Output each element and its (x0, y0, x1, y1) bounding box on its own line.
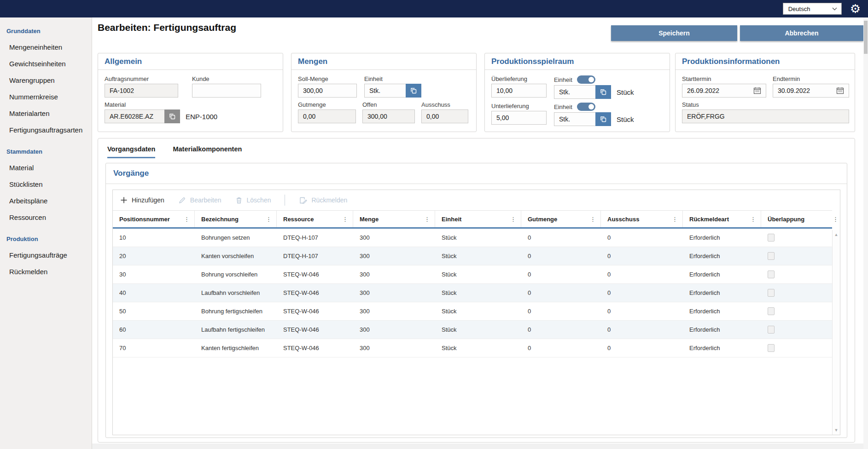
column-menu-icon[interactable]: ⋮ (671, 216, 679, 223)
sidebar-item-ressourcen[interactable]: Ressourcen (0, 209, 92, 225)
bearbeiten-button: Bearbeiten (178, 196, 221, 204)
unter-einheit-field[interactable]: Stk. (554, 112, 595, 126)
ueberlappung-checkbox[interactable] (768, 289, 775, 297)
column-header-bezeichnung: Bezeichnung⋮ (195, 211, 277, 227)
ueber-einheit-field[interactable]: Stk. (554, 85, 595, 99)
sidebar-item-arbeitsplaene[interactable]: Arbeitspläne (0, 192, 92, 209)
ueber-einheit-lookup-button[interactable] (595, 85, 611, 99)
ausschuss-label: Ausschuss (421, 101, 468, 108)
column-header-gutmenge: Gutmenge⋮ (521, 211, 601, 227)
column-header-label: Menge (360, 216, 379, 223)
column-menu-icon[interactable]: ⋮ (265, 216, 273, 223)
table-row[interactable]: 30Bohrung vorschleifenSTEQ-W-046300Stück… (113, 265, 832, 284)
grid-rows: 10Bohrungen setzenDTEQ-H-107300Stück00Er… (113, 229, 832, 357)
soll-menge-field[interactable]: 300,00 (298, 84, 357, 98)
status-field: ERÖF,FRGG (682, 109, 849, 123)
sidebar-item-stuecklisten[interactable]: Stücklisten (0, 176, 92, 192)
language-select[interactable]: Deutsch (783, 3, 842, 15)
cell-ressource: STEQ-W-046 (277, 289, 353, 296)
cell-gutmenge: 0 (521, 345, 601, 351)
cell-positionsnummer: 60 (113, 326, 195, 333)
starttermin-label: Starttermin (682, 75, 766, 82)
cancel-button[interactable]: Abbrechen (740, 25, 863, 41)
grid-scrollbar[interactable]: ▲ ▼ (832, 230, 840, 435)
page-scrollbar[interactable] (863, 17, 868, 449)
ueberlappung-checkbox[interactable] (768, 326, 775, 334)
mengen-einheit-label: Einheit (364, 75, 421, 82)
panel-info-title: Produktionsinformationen (676, 53, 855, 70)
sidebar-item-mengeneinheiten[interactable]: Mengeneinheiten (0, 39, 92, 55)
calendar-icon[interactable] (836, 87, 844, 94)
panel-allgemein: Allgemein Auftragsnummer FA-1002 Kunde M… (98, 53, 283, 132)
kunde-field[interactable] (192, 84, 261, 98)
cell-ressource: DTEQ-H-107 (277, 253, 353, 259)
ueberlappung-checkbox[interactable] (768, 234, 775, 242)
column-menu-icon[interactable]: ⋮ (589, 216, 597, 223)
mengen-einheit-field[interactable]: Stk. (364, 84, 406, 98)
ueber-einheit-toggle[interactable] (577, 75, 595, 84)
unterlieferung-field[interactable]: 5,00 (491, 111, 547, 125)
table-row[interactable]: 10Bohrungen setzenDTEQ-H-107300Stück00Er… (113, 229, 832, 247)
sidebar-item-rueckmelden[interactable]: Rückmelden (0, 263, 92, 280)
panel-spielraum-title: Produktionsspielraum (485, 53, 670, 70)
column-menu-icon[interactable]: ⋮ (832, 216, 839, 223)
column-header-ausschuss: Ausschuss⋮ (601, 211, 683, 227)
cell-gutmenge: 0 (521, 253, 601, 259)
cell-einheit: Stück (435, 289, 521, 296)
cell-positionsnummer: 50 (113, 308, 195, 315)
tab-materialkomponenten[interactable]: Materialkomponenten (173, 145, 242, 158)
column-menu-icon[interactable]: ⋮ (749, 216, 757, 223)
save-button[interactable]: Speichern (611, 25, 737, 41)
tab-vorgangsdaten[interactable]: Vorgangsdaten (107, 145, 155, 158)
sidebar-item-fertigungsauftraege[interactable]: Fertigungsaufträge (0, 247, 92, 263)
copy-icon (600, 88, 607, 96)
mengen-einheit-lookup-button[interactable] (406, 84, 421, 98)
table-row[interactable]: 50Bohrung fertigschleifenSTEQ-W-046300St… (113, 302, 832, 321)
scroll-down-icon[interactable]: ▼ (834, 428, 839, 432)
table-row[interactable]: 20Kanten vorschleifenDTEQ-H-107300Stück0… (113, 247, 832, 265)
panel-produktionsinformationen: Produktionsinformationen Starttermin 26.… (675, 53, 855, 132)
page-scrollbar-thumb[interactable] (864, 21, 868, 54)
sidebar-item-warengruppen[interactable]: Warengruppen (0, 72, 92, 88)
table-row[interactable]: 70Kanten fertigschleifenSTEQ-W-046300Stü… (113, 339, 832, 357)
scroll-up-icon[interactable]: ▲ (834, 232, 839, 237)
sidebar-item-material[interactable]: Material (0, 159, 92, 176)
sidebar-item-fertigungsauftragsarten[interactable]: Fertigungsauftragsarten (0, 121, 92, 138)
settings-gear-icon[interactable]: ⚙ (850, 3, 861, 15)
page-title: Bearbeiten: Fertigungsauftrag (98, 22, 236, 33)
unter-einheit-label: Einheit (554, 104, 572, 110)
ueberlieferung-field[interactable]: 10,00 (491, 84, 547, 98)
calendar-icon[interactable] (753, 87, 761, 94)
unter-einheit-lookup-button[interactable] (595, 112, 611, 126)
sidebar-item-gewichtseinheiten[interactable]: Gewichtseinheiten (0, 55, 92, 72)
hinzufuegen-button[interactable]: Hinzufügen (120, 196, 164, 204)
cell-ueberlappung (761, 307, 843, 315)
material-lookup-button[interactable] (164, 109, 180, 123)
starttermin-field[interactable]: 26.09.2022 (682, 84, 766, 98)
cell-positionsnummer: 30 (113, 271, 195, 278)
ueberlappung-checkbox[interactable] (768, 344, 775, 352)
hinzufuegen-label: Hinzufügen (132, 196, 164, 204)
unter-einheit-toggle[interactable] (577, 103, 595, 111)
column-menu-icon[interactable]: ⋮ (423, 216, 431, 223)
table-row[interactable]: 40Laufbahn vorschleifenSTEQ-W-046300Stüc… (113, 284, 832, 302)
table-row[interactable]: 60Laufbahn fertigschleifenSTEQ-W-046300S… (113, 321, 832, 339)
chevron-down-icon (832, 7, 837, 11)
endtermin-field[interactable]: 30.09.2022 (773, 84, 849, 98)
ueberlappung-checkbox[interactable] (768, 271, 775, 278)
material-field: AR.E6028E.AZ (105, 109, 164, 123)
cell-bezeichnung: Laufbahn fertigschleifen (195, 326, 277, 333)
ueber-einheit-text: Stück (617, 88, 634, 96)
column-menu-icon[interactable]: ⋮ (341, 216, 349, 223)
cell-ueberlappung (761, 289, 843, 297)
column-menu-icon[interactable]: ⋮ (183, 216, 191, 223)
cell-ueberlappung (761, 326, 843, 334)
column-menu-icon[interactable]: ⋮ (509, 216, 517, 223)
endtermin-label: Endtermin (773, 75, 849, 82)
ueberlieferung-label: Überlieferung (491, 75, 547, 82)
ueberlappung-checkbox[interactable] (768, 307, 775, 315)
sidebar-item-nummernkreise[interactable]: Nummernkreise (0, 88, 92, 105)
ueberlappung-checkbox[interactable] (768, 252, 775, 260)
grid-toolbar: HinzufügenBearbeitenLöschenRückmelden (113, 190, 840, 210)
sidebar-item-materialarten[interactable]: Materialarten (0, 105, 92, 121)
